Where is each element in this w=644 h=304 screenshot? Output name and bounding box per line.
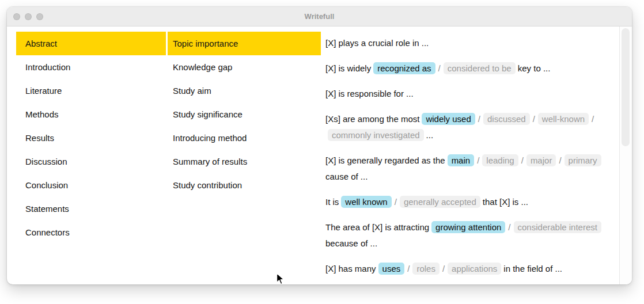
sidebar-item-connectors[interactable]: Connectors — [16, 221, 166, 244]
main-content: Abstract Introduction Literature Methods… — [7, 26, 632, 284]
alternative-chip[interactable]: generally accepted — [400, 196, 480, 208]
highlight-chip[interactable]: uses — [378, 263, 405, 275]
sidebar-item-literature[interactable]: Literature — [16, 79, 166, 102]
alternative-separator: / — [442, 264, 445, 273]
sidebar-item-results[interactable]: Results — [16, 126, 166, 150]
alternative-separator: / — [521, 155, 524, 165]
sidebar-item-label: Conclusion — [25, 180, 68, 190]
sentence-text: [Xs] are among the most — [325, 114, 419, 124]
alternative-chip[interactable]: considered to be — [444, 62, 516, 74]
alternative-separator: / — [533, 114, 535, 124]
alternative-chip[interactable]: commonly investigated — [328, 129, 424, 141]
app-window: Writefull Abstract Introduction Literatu… — [7, 7, 632, 284]
sentence-text: It is — [325, 197, 339, 207]
alternative-separator: / — [508, 222, 510, 232]
topic-item-label: Topic importance — [173, 39, 238, 48]
close-button[interactable] — [13, 13, 20, 20]
minimize-button[interactable] — [25, 13, 32, 20]
window-title: Writefull — [7, 12, 632, 21]
topic-item-label: Summary of results — [173, 157, 247, 166]
sentence-template-3[interactable]: [X] is responsible for ... — [325, 86, 616, 102]
titlebar[interactable]: Writefull — [7, 7, 632, 26]
sentence-text: The area of [X] is attracting — [325, 222, 429, 232]
alternative-chip[interactable]: well-known — [538, 113, 589, 125]
topic-item-label: Study contribution — [173, 180, 242, 190]
sidebar-item-statements[interactable]: Statements — [16, 197, 166, 221]
topic-item-label: Knowledge gap — [173, 62, 232, 72]
alternative-chip[interactable]: major — [526, 154, 556, 166]
scrollbar-track[interactable] — [619, 26, 632, 284]
sidebar-item-label: Introduction — [25, 62, 70, 72]
sentence-text: ... — [426, 130, 434, 140]
alternative-chip[interactable]: primary — [565, 154, 601, 166]
sentence-text: key to ... — [518, 63, 551, 73]
sidebar-item-label: Methods — [25, 109, 59, 119]
topics-column: Topic importance Knowledge gap Study aim… — [168, 26, 321, 284]
topic-item-study-significance[interactable]: Study significance — [168, 102, 321, 126]
alternative-chip[interactable]: considerable interest — [514, 221, 601, 233]
sentence-text: [X] is responsible for ... — [325, 89, 414, 98]
sidebar-item-label: Connectors — [25, 227, 70, 237]
alternative-separator: / — [592, 114, 594, 124]
alternative-chip[interactable]: applications — [448, 263, 501, 275]
sentence-text: in the field of ... — [503, 264, 562, 273]
alternative-separator: / — [438, 63, 441, 73]
topic-item-topic-importance[interactable]: Topic importance — [168, 32, 321, 55]
topic-item-label: Introducing method — [173, 133, 247, 143]
highlight-chip[interactable]: widely used — [422, 113, 475, 125]
highlight-chip[interactable]: main — [448, 154, 475, 166]
zoom-button[interactable] — [36, 13, 43, 20]
sidebar-item-label: Discussion — [25, 157, 67, 166]
alternative-separator: / — [477, 155, 479, 165]
sentence-template-2[interactable]: [X] is widelyrecognized as/considered to… — [325, 60, 616, 77]
window-controls — [7, 13, 43, 20]
sentence-text: [X] is generally regarded as the — [325, 155, 445, 165]
sentence-template-5[interactable]: [X] is generally regarded as themain/lea… — [325, 153, 616, 185]
sentence-list: [X] plays a crucial role in ... [X] is w… — [321, 26, 619, 284]
alternative-separator: / — [478, 114, 480, 124]
alternative-separator: / — [407, 264, 410, 273]
alternative-chip[interactable]: leading — [482, 154, 518, 166]
alternative-chip[interactable]: roles — [412, 263, 440, 275]
sections-column: Abstract Introduction Literature Methods… — [16, 26, 166, 284]
sidebar-item-label: Statements — [25, 204, 69, 214]
topic-item-introducing-method[interactable]: Introducing method — [168, 126, 321, 150]
sidebar-item-methods[interactable]: Methods — [16, 102, 166, 126]
sidebar-item-abstract[interactable]: Abstract — [16, 32, 166, 55]
sentence-template-6[interactable]: It iswell known/generally acceptedthat [… — [325, 194, 616, 210]
highlight-chip[interactable]: growing attention — [431, 221, 505, 233]
sentence-text: cause of ... — [325, 172, 368, 181]
sidebar-item-introduction[interactable]: Introduction — [16, 55, 166, 79]
sidebar-item-discussion[interactable]: Discussion — [16, 150, 166, 173]
highlight-chip[interactable]: recognized as — [373, 62, 435, 74]
topic-item-label: Study significance — [173, 109, 243, 119]
alternative-separator: / — [395, 197, 397, 207]
sidebar-item-label: Literature — [25, 86, 62, 96]
sentence-template-4[interactable]: [Xs] are among the mostwidely used/discu… — [325, 111, 616, 143]
sentence-template-7[interactable]: The area of [X] is attractinggrowing att… — [325, 219, 616, 252]
alternative-chip[interactable]: discussed — [483, 113, 530, 125]
sentence-text: [X] is widely — [325, 63, 371, 73]
sentence-text: [X] has many — [325, 264, 376, 273]
topic-item-study-contribution[interactable]: Study contribution — [168, 173, 321, 197]
sentence-text: because of ... — [325, 238, 377, 248]
topic-item-study-aim[interactable]: Study aim — [168, 79, 321, 102]
alternative-separator: / — [559, 155, 561, 165]
sidebar-item-conclusion[interactable]: Conclusion — [16, 173, 166, 197]
sentence-text: [X] plays a crucial role in ... — [325, 38, 429, 48]
topic-item-knowledge-gap[interactable]: Knowledge gap — [168, 55, 321, 79]
sentence-text: that [X] is ... — [483, 197, 528, 207]
sentence-template-1[interactable]: [X] plays a crucial role in ... — [325, 35, 616, 51]
topic-item-summary-of-results[interactable]: Summary of results — [168, 150, 321, 173]
topic-item-label: Study aim — [173, 86, 211, 96]
highlight-chip[interactable]: well known — [341, 196, 391, 208]
sidebar-item-label: Abstract — [25, 39, 57, 48]
sidebar-item-label: Results — [25, 133, 54, 143]
sentence-template-8[interactable]: [X] has manyuses/roles/applicationsin th… — [325, 261, 616, 277]
scrollbar-thumb[interactable] — [622, 28, 630, 146]
